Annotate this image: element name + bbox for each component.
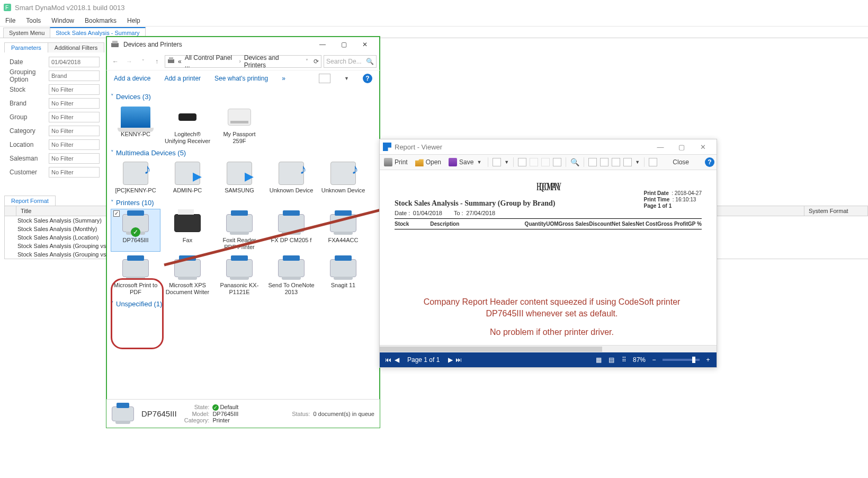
toolbar-icon[interactable] xyxy=(493,158,501,166)
next-page-button[interactable]: ▶ xyxy=(446,356,454,364)
input-group[interactable] xyxy=(49,112,100,122)
view-mode-icon[interactable]: ▦ xyxy=(595,356,603,364)
prev-page-button[interactable]: ◀ xyxy=(392,356,401,364)
forward-button[interactable]: → xyxy=(123,56,135,67)
zoom-out-button[interactable]: − xyxy=(650,356,658,364)
section-devices[interactable]: Devices (3) xyxy=(111,93,375,101)
cmd-add-printer[interactable]: Add a printer xyxy=(164,75,201,82)
col-system-format[interactable]: System Format xyxy=(804,206,868,216)
input-category[interactable] xyxy=(49,126,100,136)
media-item[interactable]: ♪Unknown Device xyxy=(318,159,368,196)
printer-item[interactable]: Fax xyxy=(163,209,212,252)
up-button[interactable]: ↑ xyxy=(151,56,163,67)
input-grouping[interactable] xyxy=(49,70,100,81)
cmd-add-device[interactable]: Add a device xyxy=(114,75,150,82)
input-location[interactable] xyxy=(49,139,100,150)
printer-item[interactable]: Microsoft XPS Document Writer xyxy=(163,254,212,297)
printer-item[interactable]: Microsoft Print to PDF xyxy=(111,254,160,297)
zoom-slider[interactable] xyxy=(663,359,700,361)
first-page-button[interactable]: ⏮ xyxy=(384,356,392,364)
menu-help[interactable]: Help xyxy=(127,17,140,24)
input-date[interactable] xyxy=(49,57,100,67)
section-printers[interactable]: Printers (10) xyxy=(111,199,375,207)
binoculars-icon[interactable]: 🔍 xyxy=(570,158,579,166)
layout-icon[interactable] xyxy=(612,158,620,166)
device-item[interactable]: My Passport 259F xyxy=(214,103,264,146)
layout-icon[interactable] xyxy=(600,158,609,166)
media-item[interactable]: ▶SAMSUNG xyxy=(214,159,264,196)
layout-icon[interactable] xyxy=(649,158,657,166)
section-unspecified[interactable]: Unspecified (1) xyxy=(111,300,375,308)
menu-bookmarks[interactable]: Bookmarks xyxy=(85,17,117,24)
menu-tools[interactable]: Tools xyxy=(26,17,41,24)
zoom-in-button[interactable]: + xyxy=(704,356,712,364)
print-button[interactable]: Print xyxy=(382,157,410,167)
default-check-icon: ✓ xyxy=(212,404,219,411)
view-toggle[interactable] xyxy=(319,74,330,83)
crumb-1[interactable]: All Control Panel ... xyxy=(185,54,236,69)
menu-file[interactable]: File xyxy=(5,17,15,24)
refresh-icon[interactable]: ⟳ xyxy=(314,58,319,65)
scrollbar-thumb[interactable] xyxy=(380,347,602,352)
cmd-more[interactable]: » xyxy=(282,75,285,82)
hdd-icon xyxy=(222,104,256,130)
close-button[interactable]: ✕ xyxy=(692,139,713,154)
layout-icon[interactable] xyxy=(588,158,597,166)
printer-item[interactable]: FX DP CM205 f xyxy=(266,209,316,252)
tab-report-format[interactable]: Report Format xyxy=(4,196,56,206)
tab-additional-filters[interactable]: Additional Filters xyxy=(48,42,104,52)
tab-system-menu[interactable]: System Menu xyxy=(3,28,50,38)
toolbar-icon[interactable] xyxy=(530,158,538,166)
toolbar-icon[interactable] xyxy=(518,158,526,166)
search-input[interactable]: Search De... 🔍 xyxy=(324,55,377,68)
cmd-see-printing[interactable]: See what's printing xyxy=(214,75,268,82)
toolbar-icon[interactable] xyxy=(553,158,561,166)
media-item[interactable]: ♪[PC]KENNY-PC xyxy=(111,159,160,196)
device-item[interactable]: Logitech® Unifying Receiver xyxy=(163,103,212,146)
input-stock[interactable] xyxy=(49,84,100,95)
breadcrumb[interactable]: « All Control Panel ... › Devices and Pr… xyxy=(165,55,321,68)
maximize-button[interactable]: ▢ xyxy=(671,139,692,154)
help-icon[interactable]: ? xyxy=(363,74,372,83)
section-multimedia[interactable]: Multimedia Devices (5) xyxy=(111,149,375,157)
input-brand[interactable] xyxy=(49,98,100,109)
horizontal-scrollbar[interactable] xyxy=(380,345,717,352)
save-button[interactable]: Save▼ xyxy=(446,157,484,167)
printer-item[interactable]: Send To OneNote 2013 xyxy=(266,254,316,297)
toolbar-icon[interactable] xyxy=(541,158,550,166)
input-customer[interactable] xyxy=(49,167,100,178)
minimize-button[interactable]: — xyxy=(650,139,671,154)
help-icon[interactable]: ? xyxy=(705,157,714,167)
printer-item[interactable]: FXA44ACC xyxy=(318,209,368,252)
device-item[interactable]: KENNY-PC xyxy=(111,103,160,146)
printer-icon: ✓ xyxy=(119,210,153,236)
printer-item-default[interactable]: ✓ ✓ DP7645III xyxy=(111,209,160,252)
recent-button[interactable]: ˅ xyxy=(137,56,149,67)
menu-window[interactable]: Window xyxy=(51,17,74,24)
printer-item[interactable]: Foxit Reader PDF Printer xyxy=(214,209,264,252)
chevron-down-icon[interactable]: ˅ xyxy=(306,58,308,64)
last-page-button[interactable]: ⏭ xyxy=(454,356,463,364)
crumb-2[interactable]: Devices and Printers xyxy=(244,54,299,69)
close-button[interactable]: ✕ xyxy=(354,37,375,52)
printer-item[interactable]: Panasonic KX-P1121E xyxy=(214,254,264,297)
rv-titlebar[interactable]: Report - Viewer — ▢ ✕ xyxy=(380,139,717,154)
back-button[interactable]: ← xyxy=(110,56,121,67)
dp-titlebar[interactable]: Devices and Printers — ▢ ✕ xyxy=(106,37,380,52)
printer-item[interactable]: Snagit 11 xyxy=(318,254,368,297)
media-item[interactable]: ♪Unknown Device xyxy=(266,159,316,196)
rv-page-area[interactable]: HQ COMPANY Print Date : 2018-04-27 Print… xyxy=(382,171,714,350)
label-brand: Brand xyxy=(10,100,49,107)
open-button[interactable]: Open xyxy=(413,157,443,167)
layout-icon[interactable] xyxy=(623,158,632,166)
zoom-thumb[interactable] xyxy=(692,357,695,363)
input-salesman[interactable] xyxy=(49,153,100,164)
maximize-button[interactable]: ▢ xyxy=(333,37,354,52)
media-item[interactable]: ▶ADMIN-PC xyxy=(163,159,212,196)
close-link[interactable]: Close xyxy=(673,158,689,166)
tab-parameters[interactable]: Parameters xyxy=(4,42,48,52)
minimize-button[interactable]: — xyxy=(312,37,333,52)
view-mode-icon[interactable]: ▤ xyxy=(607,356,616,364)
printer-icon xyxy=(222,210,256,236)
view-mode-icon[interactable]: ⠿ xyxy=(620,356,629,364)
